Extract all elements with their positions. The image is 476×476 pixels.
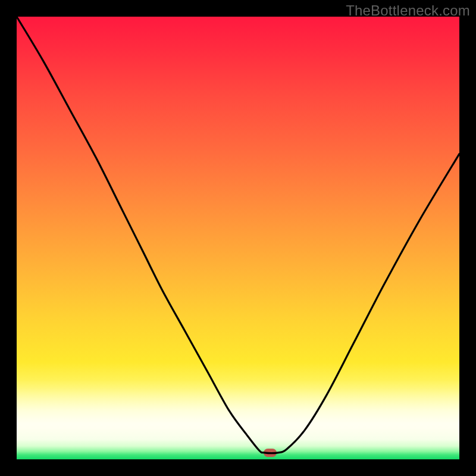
chart-frame: TheBottleneck.com: [0, 0, 476, 476]
watermark-text: TheBottleneck.com: [346, 2, 470, 19]
bottleneck-curve: [17, 17, 459, 459]
plot-area: [17, 17, 459, 459]
